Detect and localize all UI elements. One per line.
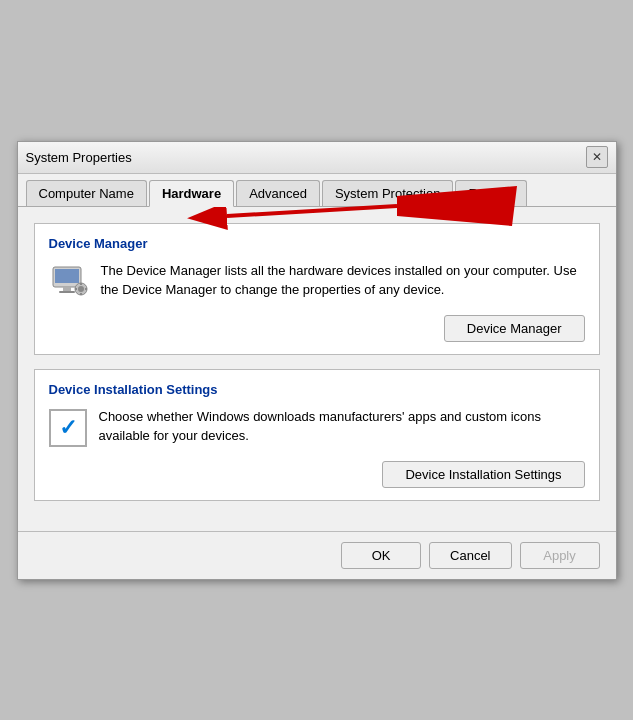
ok-button[interactable]: OK <box>341 542 421 569</box>
close-icon: ✕ <box>592 150 602 164</box>
device-manager-button[interactable]: Device Manager <box>444 315 585 342</box>
svg-rect-1 <box>55 269 79 283</box>
device-installation-body: ✓ Choose whether Windows downloads manuf… <box>49 407 585 447</box>
tab-bar: Computer Name Hardware Advanced System P… <box>18 174 616 207</box>
title-bar: System Properties ✕ <box>18 142 616 174</box>
cancel-button[interactable]: Cancel <box>429 542 511 569</box>
svg-rect-7 <box>80 293 82 295</box>
device-manager-section: Device Manager <box>34 223 600 355</box>
system-properties-dialog: System Properties ✕ Computer Name Hardwa… <box>17 141 617 580</box>
svg-rect-9 <box>85 288 87 290</box>
tab-computer-name[interactable]: Computer Name <box>26 180 147 206</box>
window-title: System Properties <box>26 150 132 165</box>
device-installation-btn-row: Device Installation Settings <box>49 461 585 488</box>
device-manager-title: Device Manager <box>49 236 585 251</box>
svg-rect-3 <box>59 291 75 293</box>
close-button[interactable]: ✕ <box>586 146 608 168</box>
svg-point-5 <box>78 286 84 292</box>
svg-rect-6 <box>80 283 82 285</box>
device-manager-btn-row: Device Manager <box>49 315 585 342</box>
tab-system-protection[interactable]: System Protection <box>322 180 454 206</box>
tab-hardware[interactable]: Hardware <box>149 180 234 207</box>
tab-content: Device Manager <box>18 207 616 531</box>
checkmark-icon: ✓ <box>59 417 77 439</box>
device-installation-description: Choose whether Windows downloads manufac… <box>99 407 585 446</box>
device-manager-body: The Device Manager lists all the hardwar… <box>49 261 585 301</box>
dialog-footer: OK Cancel Apply <box>18 531 616 579</box>
svg-rect-8 <box>75 288 77 290</box>
device-manager-icon <box>49 261 89 301</box>
device-installation-button[interactable]: Device Installation Settings <box>382 461 584 488</box>
device-installation-section: Device Installation Settings ✓ Choose wh… <box>34 369 600 501</box>
device-installation-title: Device Installation Settings <box>49 382 585 397</box>
svg-rect-2 <box>63 287 71 291</box>
apply-button[interactable]: Apply <box>520 542 600 569</box>
tab-advanced[interactable]: Advanced <box>236 180 320 206</box>
tab-remote[interactable]: Remote <box>455 180 527 206</box>
device-manager-description: The Device Manager lists all the hardwar… <box>101 261 585 300</box>
device-installation-checkbox: ✓ <box>49 409 87 447</box>
